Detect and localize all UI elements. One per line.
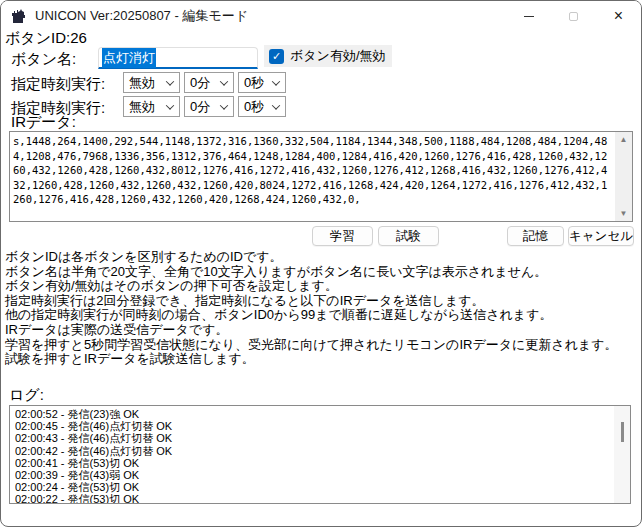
ir-data-scrollbar[interactable]: ▲ ▼: [615, 132, 632, 221]
schedule2-mode-select[interactable]: 無効: [123, 96, 180, 117]
log-listbox[interactable]: 02:00:52 - 発信(23)強 OK 02:00:45 - 発信(46)点…: [9, 405, 631, 504]
help-line: 学習を押すと5秒間学習受信状態になり、受光部に向けて押されたリモコンのIRデータ…: [5, 338, 639, 353]
chevron-down-icon: [220, 101, 228, 109]
button-name-input[interactable]: 点灯消灯: [98, 47, 258, 69]
schedule1-minutes-value: 0分: [190, 74, 210, 92]
maximize-icon: [569, 12, 578, 21]
chevron-down-icon: [166, 101, 174, 109]
schedule1-mode-value: 無効: [129, 74, 155, 92]
log-label: ログ:: [9, 386, 44, 405]
help-line: 指定時刻実行は2回分登録でき、指定時刻になると以下のIRデータを送信します。: [5, 294, 639, 309]
test-button[interactable]: 試験: [378, 226, 439, 246]
learn-button[interactable]: 学習: [312, 226, 373, 246]
app-icon: [10, 8, 27, 25]
button-enabled-checkbox[interactable]: ✓: [269, 49, 284, 64]
close-icon: ×: [614, 8, 623, 24]
cancel-button[interactable]: キャンセル: [568, 226, 634, 246]
help-text: ボタンIDは各ボタンを区別するためのIDです。 ボタン名は半角で20文字、全角で…: [5, 250, 639, 367]
log-scrollbar[interactable]: [614, 406, 630, 503]
log-scrollbar-thumb[interactable]: [621, 422, 624, 442]
help-line: 他の指定時刻実行が同時刻の場合、ボタンID0から99まで順番に遅延しながら送信さ…: [5, 308, 639, 323]
help-line: ボタンIDは各ボタンを区別するためのIDです。: [5, 250, 639, 265]
button-enabled-label: ボタン有効/無効: [290, 47, 386, 65]
chevron-down-icon: [166, 77, 174, 85]
scroll-up-icon[interactable]: ▲: [620, 132, 628, 147]
log-entry: 02:00:42 - 発信(46)点灯切替 OK: [15, 445, 612, 457]
checkmark-icon: ✓: [272, 51, 281, 62]
store-button[interactable]: 記憶: [507, 226, 564, 246]
log-entry: 02:00:24 - 発信(53)切 OK: [15, 481, 612, 493]
schedule2-seconds-value: 0秒: [244, 98, 264, 116]
ir-data-label: IRデータ:: [11, 113, 76, 132]
log-entry: 02:00:45 - 発信(46)点灯切替 OK: [15, 420, 612, 432]
button-name-label: ボタン名:: [11, 50, 76, 69]
app-window: UNICON Ver:20250807 - 編集モード × ボタンID:26 ボ…: [0, 0, 642, 527]
schedule1-seconds-select[interactable]: 0秒: [238, 72, 286, 93]
log-entry: 02:00:22 - 発信(53)切 OK: [15, 493, 612, 503]
maximize-button[interactable]: [551, 1, 596, 31]
minimize-button[interactable]: [506, 1, 551, 31]
help-line: ボタン有効/無効はそのボタンの押下可否を設定します。: [5, 279, 639, 294]
schedule2-minutes-value: 0分: [190, 98, 210, 116]
schedule1-minutes-select[interactable]: 0分: [184, 72, 234, 93]
window-controls: ×: [506, 1, 641, 31]
log-entry: 02:00:41 - 発信(53)切 OK: [15, 457, 612, 469]
log-entry: 02:00:43 - 発信(46)点灯切替 OK: [15, 432, 612, 444]
schedule1-mode-select[interactable]: 無効: [123, 72, 180, 93]
log-entry: 02:00:52 - 発信(23)強 OK: [15, 408, 612, 420]
schedule2-seconds-select[interactable]: 0秒: [238, 96, 286, 117]
close-button[interactable]: ×: [596, 1, 641, 31]
minimize-icon: [524, 16, 534, 17]
log-entry: 02:00:39 - 発信(43)弱 OK: [15, 469, 612, 481]
schedule1-seconds-value: 0秒: [244, 74, 264, 92]
button-id-label: ボタンID:26: [5, 29, 87, 48]
chevron-down-icon: [272, 101, 280, 109]
schedule2-mode-value: 無効: [129, 98, 155, 116]
button-name-value: 点灯消灯: [102, 48, 156, 68]
window-title: UNICON Ver:20250807 - 編集モード: [35, 7, 248, 25]
titlebar: UNICON Ver:20250807 - 編集モード ×: [1, 1, 641, 31]
ir-data-value: s,1448,264,1400,292,544,1148,1372,316,13…: [13, 134, 613, 219]
log-entries: 02:00:52 - 発信(23)強 OK 02:00:45 - 発信(46)点…: [15, 408, 612, 503]
ir-data-textarea[interactable]: s,1448,264,1400,292,544,1148,1372,316,13…: [9, 131, 633, 222]
help-line: 試験を押すとIRデータを試験送信します。: [5, 352, 639, 367]
schedule1-label: 指定時刻実行:: [11, 75, 105, 94]
scroll-down-icon[interactable]: ▼: [620, 206, 628, 221]
button-enabled-group: ✓ ボタン有効/無効: [264, 45, 392, 67]
help-line: ボタン名は半角で20文字、全角で10文字入りますがボタン名に長い文字は表示されま…: [5, 265, 639, 280]
schedule2-minutes-select[interactable]: 0分: [184, 96, 234, 117]
help-line: IRデータは実際の送受信データです。: [5, 323, 639, 338]
chevron-down-icon: [272, 77, 280, 85]
chevron-down-icon: [220, 77, 228, 85]
